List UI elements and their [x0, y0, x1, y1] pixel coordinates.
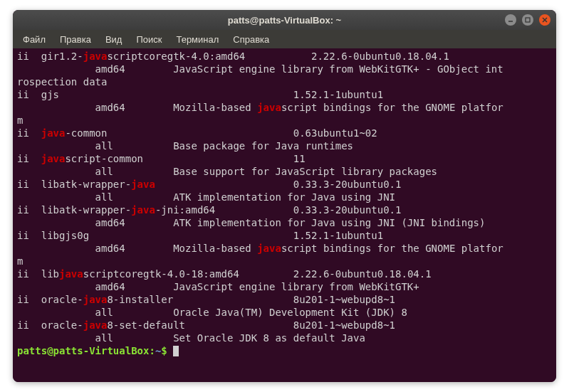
terminal-window: patts@patts-VirtualBox: ~ Файл Правка Ви…: [13, 10, 556, 382]
menu-file[interactable]: Файл: [17, 32, 51, 47]
maximize-button[interactable]: [522, 14, 533, 26]
window-controls: [505, 14, 550, 26]
minimize-button[interactable]: [505, 14, 516, 26]
menubar: Файл Правка Вид Поиск Терминал Справка: [13, 30, 556, 48]
cursor: [173, 346, 179, 356]
terminal-output[interactable]: ii gir1.2-javascriptcoregtk-4.0:amd64 2.…: [13, 48, 556, 382]
titlebar: patts@patts-VirtualBox: ~: [13, 10, 556, 30]
window-title: patts@patts-VirtualBox: ~: [228, 15, 341, 26]
menu-view[interactable]: Вид: [100, 32, 128, 47]
menu-help[interactable]: Справка: [227, 32, 275, 47]
menu-edit[interactable]: Правка: [54, 32, 97, 47]
menu-terminal[interactable]: Терминал: [170, 32, 224, 47]
menu-search[interactable]: Поиск: [130, 32, 167, 47]
svg-rect-1: [526, 18, 530, 22]
close-button[interactable]: [539, 14, 550, 26]
